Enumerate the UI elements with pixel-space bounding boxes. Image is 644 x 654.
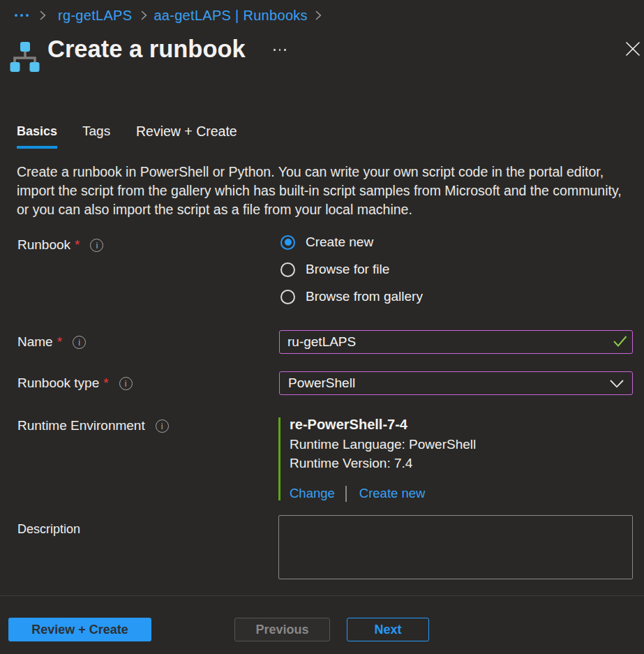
page-title: Create a runbook [47,36,246,63]
radio-browse-from-gallery[interactable]: Browse from gallery [280,289,423,304]
intro-text: Create a runbook in PowerShell or Python… [17,163,622,219]
dot [15,14,17,17]
tab-basics[interactable]: Basics [17,123,57,149]
chevron-down-icon [610,378,624,391]
close-icon [626,42,640,56]
breadcrumb: rg-getLAPS aa-getLAPS | Runbooks [15,7,322,24]
info-icon[interactable]: i [156,419,169,433]
review-create-button[interactable]: Review + Create [8,618,151,641]
radio-circle [280,262,295,277]
dot [20,14,23,17]
required-asterisk: * [75,237,80,253]
radio-circle [280,290,295,304]
name-label-text: Name [17,334,53,350]
required-asterisk: * [103,376,108,391]
create-new-link[interactable]: Create new [359,486,426,501]
runtime-version: Runtime Version: 7.4 [290,454,633,472]
link-divider [345,486,347,502]
intro-line: Create a runbook in PowerShell or Python… [17,163,622,181]
runbook-radio-group: Create new Browse for file Browse from g… [280,235,423,316]
radio-create-new[interactable]: Create new [280,235,423,250]
radio-label: Browse from gallery [306,289,423,304]
runtime-environment-summary: re-PowerShell-7-4 Runtime Language: Powe… [278,417,633,500]
runbook-type-label: Runbook type* i [17,376,133,391]
chevron-right-icon [40,10,46,20]
dot [274,49,276,51]
info-icon[interactable]: i [73,336,86,349]
radio-circle [280,235,295,250]
tab-bar: Basics Tags Review + Create [0,123,279,149]
name-input[interactable] [279,330,633,354]
info-icon[interactable]: i [90,239,103,252]
radio-label: Browse for file [306,262,389,277]
chevron-right-icon [315,10,322,20]
tab-review-create[interactable]: Review + Create [136,123,237,149]
previous-button[interactable]: Previous [234,618,330,641]
runtime-links: Change Create new [290,485,633,502]
runbook-type-select[interactable]: PowerShell [279,371,633,395]
description-label: Description [17,522,80,537]
required-asterisk: * [57,334,62,350]
dot [279,49,281,51]
close-button[interactable] [622,38,644,60]
next-button[interactable]: Next [347,618,429,641]
radio-browse-for-file[interactable]: Browse for file [280,262,423,277]
runbook-type-label-text: Runbook type [17,376,99,391]
create-runbook-blade: rg-getLAPS aa-getLAPS | Runbooks Create … [0,0,644,654]
more-commands-ellipsis-icon[interactable] [274,47,286,52]
runbook-label: Runbook* i [17,237,103,253]
chevron-right-icon [141,10,147,20]
intro-line: or you can also import the script as a f… [17,200,622,219]
footer-divider [0,595,644,596]
radio-label: Create new [306,235,373,250]
runbook-hierarchy-icon [10,38,40,75]
breadcrumb-item-aa-getlaps-runbooks[interactable]: aa-getLAPS | Runbooks [153,8,308,24]
description-label-text: Description [17,522,80,537]
runtime-environment-name: re-PowerShell-7-4 [290,417,633,432]
tab-tags[interactable]: Tags [82,123,110,149]
runtime-language: Runtime Language: PowerShell [290,436,633,453]
breadcrumb-overflow-button[interactable] [15,13,29,18]
description-textarea[interactable] [278,515,633,579]
name-label: Name* i [17,334,86,350]
breadcrumb-item-rg-getlaps[interactable]: rg-getLAPS [58,8,132,24]
runbook-label-text: Runbook [17,237,70,253]
info-icon[interactable]: i [119,377,133,390]
dot [26,14,29,17]
change-link[interactable]: Change [290,486,335,501]
intro-line: import the script from the gallery which… [17,181,622,200]
runbook-type-value: PowerShell [288,376,355,391]
runtime-environment-label-text: Runtime Environment [17,418,145,433]
dot [284,49,286,51]
runtime-environment-label: Runtime Environment i [17,418,169,433]
